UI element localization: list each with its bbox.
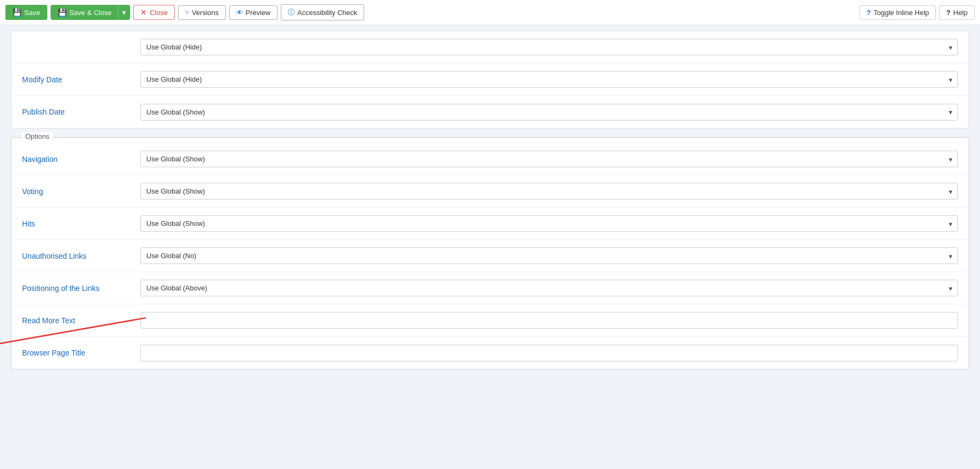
voting-row: Voting Use Global (Show) bbox=[11, 175, 969, 208]
modify-date-control[interactable]: Use Global (Hide) bbox=[140, 71, 958, 88]
hits-select-wrapper[interactable]: Use Global (Show) bbox=[140, 215, 958, 232]
content-area: Use Global (Hide) Modify Date Use Global… bbox=[0, 25, 980, 469]
save-button[interactable]: 💾 Save bbox=[5, 5, 47, 20]
navigation-select[interactable]: Use Global (Show) bbox=[140, 151, 958, 167]
browser-page-title-row: Browser Page Title bbox=[11, 337, 969, 369]
positioning-links-select[interactable]: Use Global (Above) bbox=[140, 280, 958, 296]
toolbar-right: ? Toggle Inline Help ? Help bbox=[860, 5, 975, 20]
top-partial-control[interactable]: Use Global (Hide) bbox=[140, 39, 958, 55]
save-icon: 💾 bbox=[12, 8, 22, 17]
publish-date-select[interactable]: Use Global (Show) bbox=[140, 104, 958, 120]
voting-control[interactable]: Use Global (Show) bbox=[140, 183, 958, 200]
save-close-label: Save & Close bbox=[69, 9, 112, 17]
close-icon: ✕ bbox=[140, 8, 147, 17]
modify-date-select[interactable]: Use Global (Hide) bbox=[140, 71, 958, 88]
preview-button[interactable]: 👁 Preview bbox=[229, 5, 278, 20]
positioning-links-select-wrapper[interactable]: Use Global (Above) bbox=[140, 280, 958, 296]
unauthorised-links-select-wrapper[interactable]: Use Global (No) bbox=[140, 247, 958, 264]
unauthorised-links-label: Unauthorised Links bbox=[22, 252, 140, 260]
hits-control[interactable]: Use Global (Show) bbox=[140, 215, 958, 232]
close-label: Close bbox=[150, 9, 167, 17]
toolbar-left: 💾 Save 💾 Save & Close ▾ ✕ Close ⑂ Versio… bbox=[5, 4, 856, 20]
positioning-links-row: Positioning of the Links Use Global (Abo… bbox=[11, 272, 969, 304]
save-close-split-button[interactable]: 💾 Save & Close ▾ bbox=[51, 5, 131, 20]
save-label: Save bbox=[24, 9, 40, 17]
hits-select[interactable]: Use Global (Show) bbox=[140, 215, 958, 232]
publish-date-control[interactable]: Use Global (Show) bbox=[140, 104, 958, 120]
read-more-text-control[interactable] bbox=[140, 312, 958, 329]
top-partial-select-wrapper[interactable]: Use Global (Hide) bbox=[140, 39, 958, 55]
read-more-text-row: Read More Text bbox=[11, 304, 969, 337]
help-icon: ? bbox=[946, 9, 950, 17]
preview-label: Preview bbox=[246, 9, 271, 17]
help-label: Help bbox=[953, 9, 968, 17]
toggle-inline-help-button[interactable]: ? Toggle Inline Help bbox=[860, 5, 936, 20]
modify-date-select-wrapper[interactable]: Use Global (Hide) bbox=[140, 71, 958, 88]
options-section: Options Navigation Use Global (Show) Vot… bbox=[11, 137, 969, 369]
navigation-control[interactable]: Use Global (Show) bbox=[140, 151, 958, 167]
save-close-icon: 💾 bbox=[58, 8, 67, 17]
publish-date-select-wrapper[interactable]: Use Global (Show) bbox=[140, 104, 958, 120]
browser-page-title-label: Browser Page Title bbox=[22, 349, 140, 357]
publish-date-label: Publish Date bbox=[22, 108, 140, 116]
versions-label: Versions bbox=[192, 9, 219, 17]
preview-icon: 👁 bbox=[236, 9, 243, 17]
versions-icon: ⑂ bbox=[185, 9, 189, 17]
navigation-row: Navigation Use Global (Show) bbox=[11, 143, 969, 175]
modify-date-row: Modify Date Use Global (Hide) bbox=[11, 63, 969, 96]
publish-date-row: Publish Date Use Global (Show) bbox=[11, 96, 969, 128]
close-button[interactable]: ✕ Close bbox=[133, 5, 174, 20]
unauthorised-links-select[interactable]: Use Global (No) bbox=[140, 247, 958, 264]
positioning-links-label: Positioning of the Links bbox=[22, 284, 140, 293]
help-button[interactable]: ? Help bbox=[939, 5, 975, 20]
help-circle-icon: ? bbox=[867, 9, 871, 17]
top-partial-row: Use Global (Hide) bbox=[11, 31, 969, 63]
read-more-text-label: Read More Text bbox=[22, 316, 140, 325]
toggle-inline-help-label: Toggle Inline Help bbox=[874, 9, 929, 17]
voting-select[interactable]: Use Global (Show) bbox=[140, 183, 958, 200]
versions-button[interactable]: ⑂ Versions bbox=[178, 5, 226, 20]
positioning-links-control[interactable]: Use Global (Above) bbox=[140, 280, 958, 296]
hits-label: Hits bbox=[22, 219, 140, 228]
read-more-text-input[interactable] bbox=[140, 312, 958, 329]
options-legend: Options bbox=[22, 132, 53, 140]
save-close-main[interactable]: 💾 Save & Close bbox=[51, 5, 118, 19]
voting-select-wrapper[interactable]: Use Global (Show) bbox=[140, 183, 958, 200]
unauthorised-links-row: Unauthorised Links Use Global (No) bbox=[11, 240, 969, 272]
toolbar: 💾 Save 💾 Save & Close ▾ ✕ Close ⑂ Versio… bbox=[0, 0, 980, 25]
accessibility-icon: ⓘ bbox=[288, 8, 295, 17]
voting-label: Voting bbox=[22, 187, 140, 196]
save-close-dropdown-arrow[interactable]: ▾ bbox=[118, 5, 130, 19]
hits-row: Hits Use Global (Show) bbox=[11, 208, 969, 240]
modify-date-label: Modify Date bbox=[22, 75, 140, 84]
top-partial-select[interactable]: Use Global (Hide) bbox=[140, 39, 958, 55]
browser-page-title-input[interactable] bbox=[140, 345, 958, 361]
browser-page-title-control[interactable] bbox=[140, 345, 958, 361]
dropdown-chevron-icon: ▾ bbox=[122, 8, 126, 17]
navigation-label: Navigation bbox=[22, 155, 140, 164]
navigation-select-wrapper[interactable]: Use Global (Show) bbox=[140, 151, 958, 167]
accessibility-check-label: Accessibility Check bbox=[297, 9, 357, 17]
top-partial-card: Use Global (Hide) Modify Date Use Global… bbox=[11, 31, 969, 129]
unauthorised-links-control[interactable]: Use Global (No) bbox=[140, 247, 958, 264]
accessibility-check-button[interactable]: ⓘ Accessibility Check bbox=[281, 4, 364, 20]
